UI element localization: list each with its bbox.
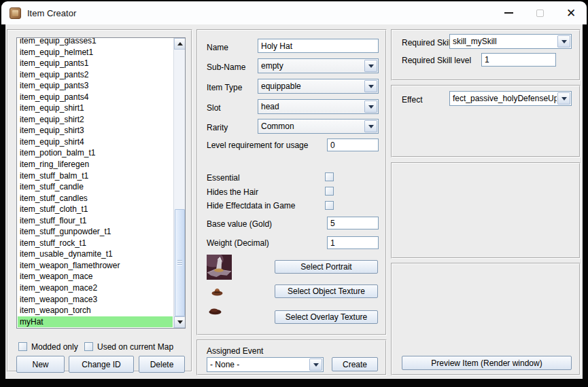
- list-item[interactable]: item_weapon_mace: [18, 271, 173, 282]
- item-portrait-image: [207, 255, 232, 280]
- assigned-event-select[interactable]: - None -: [207, 357, 324, 372]
- list-item[interactable]: item_equip_shirt2: [18, 114, 173, 126]
- chevron-down-icon: [368, 105, 374, 111]
- arrow-down-icon: [177, 320, 183, 327]
- chevron-down-icon: [368, 125, 374, 131]
- item-form-panel: Name Sub-Name empty Item Type equippable…: [196, 29, 387, 335]
- required-skill-level-label: Required Skill level: [402, 56, 471, 65]
- list-item[interactable]: item_equip_shirt1: [18, 103, 173, 114]
- slot-dropdown-button[interactable]: [364, 100, 377, 113]
- list-item[interactable]: item_equip_pants1: [18, 58, 173, 69]
- modded-only-label: Modded only: [31, 342, 78, 352]
- new-button[interactable]: New: [16, 356, 65, 373]
- sub-name-dropdown-button[interactable]: [364, 60, 377, 72]
- essential-checkbox[interactable]: [325, 172, 334, 181]
- delete-button[interactable]: Delete: [139, 356, 185, 373]
- select-portrait-button[interactable]: Select Portrait: [275, 260, 378, 274]
- effect-panel: Effect fect_passive_holyDefenseUp: [391, 85, 581, 158]
- scroll-down-button[interactable]: [174, 316, 186, 328]
- list-item[interactable]: item_stuff_candles: [18, 193, 173, 204]
- sub-name-select[interactable]: empty: [258, 58, 379, 73]
- list-item[interactable]: item_stuff_gunpowder_t1: [18, 226, 173, 238]
- create-button[interactable]: Create: [332, 357, 378, 371]
- item-type-label: Item Type: [207, 83, 242, 92]
- base-value-input[interactable]: [327, 217, 379, 229]
- level-req-input[interactable]: [327, 139, 379, 151]
- change-id-button[interactable]: Change ID: [69, 356, 134, 373]
- assigned-event-label: Assigned Event: [207, 346, 263, 356]
- window-title: Item Creator: [27, 8, 76, 18]
- list-item[interactable]: item_weapon_mace2: [18, 282, 173, 294]
- list-item[interactable]: item_weapon_torch: [18, 305, 173, 316]
- rarity-dropdown-button[interactable]: [364, 120, 377, 132]
- modded-only-checkbox[interactable]: [18, 342, 27, 351]
- list-item[interactable]: item_stuff_candle: [18, 181, 173, 193]
- sub-name-label: Sub-Name: [207, 62, 245, 72]
- content-area: item_equip_glasses1item_equip_helmet1ite…: [5, 24, 583, 379]
- hides-hair-label: Hides the Hair: [207, 187, 258, 197]
- hides-hair-checkbox[interactable]: [325, 187, 334, 196]
- preview-panel: Preview Item (Render window): [391, 263, 581, 375]
- close-button[interactable]: ✕: [555, 1, 587, 24]
- scrollbar-grip-icon: [177, 260, 182, 266]
- list-item[interactable]: item_stuff_balm_t1: [18, 170, 173, 182]
- name-label: Name: [207, 43, 228, 52]
- slot-select[interactable]: head: [258, 99, 379, 114]
- list-item[interactable]: item_weapon_flamethrower: [18, 260, 173, 272]
- required-skill-select[interactable]: skill_mySkill: [449, 34, 572, 49]
- list-item[interactable]: item_equip_helmet1: [18, 47, 173, 58]
- effect-dropdown-button[interactable]: [557, 92, 570, 105]
- required-skill-level-input[interactable]: [481, 53, 556, 67]
- list-item[interactable]: item_stuff_rock_t1: [18, 238, 173, 249]
- hide-effectdata-label: Hide Effectdata in Game: [207, 201, 296, 210]
- list-item[interactable]: item_equip_shirt4: [18, 136, 173, 148]
- scrollbar-thumb[interactable]: [175, 209, 185, 316]
- minimize-button[interactable]: [493, 1, 524, 24]
- effect-select[interactable]: fect_passive_holyDefenseUp: [449, 91, 572, 106]
- item-type-dropdown-button[interactable]: [364, 80, 377, 92]
- base-value-label: Base value (Gold): [207, 219, 272, 229]
- list-item[interactable]: item_equip_glasses1: [18, 37, 173, 47]
- list-item[interactable]: item_stuff_cloth_t1: [18, 204, 173, 215]
- maximize-icon: [536, 10, 544, 17]
- list-item[interactable]: item_equip_pants3: [18, 80, 173, 92]
- item-list[interactable]: item_equip_glasses1item_equip_helmet1ite…: [16, 37, 186, 329]
- list-item[interactable]: item_weapon_mace3: [18, 294, 173, 306]
- chevron-down-icon: [368, 85, 374, 91]
- chevron-down-icon: [561, 40, 567, 46]
- spare-panel-1: [391, 162, 581, 259]
- weight-input[interactable]: [327, 236, 379, 249]
- scroll-up-button[interactable]: [174, 38, 186, 50]
- rarity-label: Rarity: [207, 123, 228, 132]
- name-input[interactable]: [258, 39, 379, 53]
- item-list-panel: item_equip_glasses1item_equip_helmet1ite…: [7, 29, 192, 372]
- close-icon: ✕: [566, 7, 576, 19]
- list-scrollbar[interactable]: [173, 38, 185, 328]
- maximize-button[interactable]: [524, 1, 555, 24]
- select-overlay-texture-button[interactable]: Select Overlay Texture: [275, 310, 378, 324]
- titlebar: Item Creator ✕: [1, 1, 587, 24]
- assigned-event-dropdown-button[interactable]: [309, 358, 322, 371]
- required-skill-dropdown-button[interactable]: [557, 35, 570, 48]
- select-object-texture-button[interactable]: Select Object Texture: [275, 284, 378, 298]
- list-item[interactable]: item_potion_balm_t1: [18, 147, 173, 159]
- used-on-map-label: Used on current Map: [97, 342, 173, 352]
- required-skill-panel: Required Skill skill_mySkill Required Sk…: [391, 29, 581, 81]
- list-item[interactable]: myHat: [18, 316, 173, 328]
- item-type-select[interactable]: equippable: [258, 79, 379, 94]
- object-texture-thumbnail: [211, 287, 223, 296]
- preview-item-button[interactable]: Preview Item (Render window): [402, 356, 572, 370]
- used-on-map-checkbox[interactable]: [84, 342, 93, 351]
- list-item[interactable]: item_equip_pants2: [18, 69, 173, 81]
- list-item[interactable]: item_equip_shirt3: [18, 125, 173, 136]
- list-item[interactable]: item_ring_liferegen: [18, 159, 173, 170]
- slot-label: Slot: [207, 103, 221, 113]
- level-req-label: Level requirement for usage: [207, 141, 308, 150]
- list-item[interactable]: item_stuff_flour_t1: [18, 215, 173, 227]
- overlay-texture-thumbnail: [209, 308, 222, 315]
- list-item[interactable]: item_usable_dynamite_t1: [18, 248, 173, 260]
- hide-effectdata-checkbox[interactable]: [325, 201, 334, 210]
- item-creator-window: Item Creator ✕ item_equip_glasses1item_e…: [0, 0, 588, 387]
- rarity-select[interactable]: Common: [258, 119, 379, 134]
- list-item[interactable]: item_equip_pants4: [18, 92, 173, 103]
